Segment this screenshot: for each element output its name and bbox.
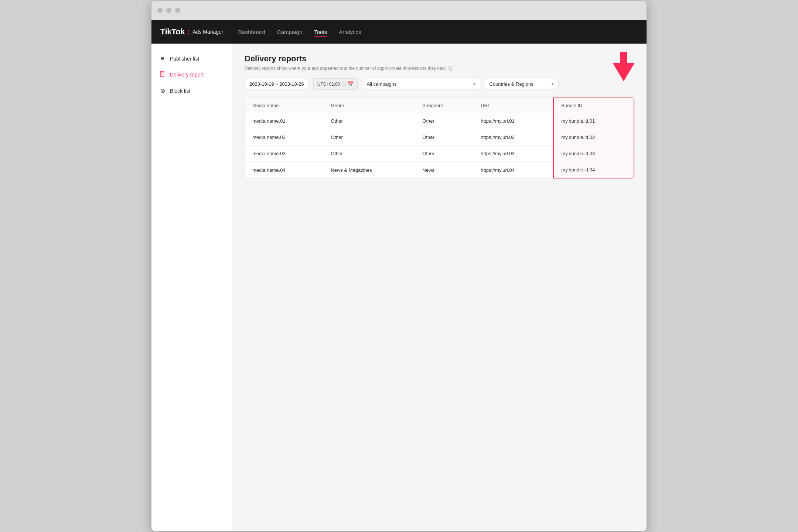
app-window: TikTok : Ads Manager Dashboard Campaign … [151, 1, 647, 531]
chevron-down-icon: ▾ [473, 82, 475, 86]
sidebar-label-block-list: Block list [170, 88, 190, 94]
cell-subgenre: News [415, 162, 473, 178]
cell-bundle-id: my.bundle.id.04 [553, 162, 634, 178]
nav-bar: TikTok : Ads Manager Dashboard Campaign … [151, 20, 647, 44]
report-icon [159, 71, 166, 78]
cell-url: https://my.url.02 [473, 129, 553, 146]
traffic-light-close[interactable] [157, 8, 163, 13]
nav-items: Dashboard Campaign Tools Analytics [238, 27, 361, 37]
logo-colon: : [187, 27, 190, 37]
nav-analytics[interactable]: Analytics [339, 27, 361, 37]
nav-tools[interactable]: Tools [314, 27, 327, 37]
cell-media-name: media.name.03 [245, 146, 323, 162]
cell-url: https://my.url.03 [473, 146, 553, 162]
sidebar-label-delivery-report: Delivery report [170, 72, 204, 78]
filters-row: 2023-10-19 ~ 2023-10-26 UTC+01:00 ⓘ 📅 Al… [245, 78, 635, 90]
col-header-subgenre: Subgenre [415, 98, 473, 113]
content-area: Delivery reports Delivery reports show w… [233, 44, 647, 531]
col-header-media-name: Media name [245, 98, 323, 113]
regions-dropdown[interactable]: Countries & Regions ▾ [485, 79, 559, 89]
sidebar-item-delivery-report[interactable]: Delivery report [151, 66, 232, 83]
cell-subgenre: Other [415, 146, 473, 162]
nav-campaign[interactable]: Campaign [277, 27, 302, 37]
date-range-text: 2023-10-19 ~ 2023-10-26 [249, 81, 304, 87]
timezone-badge[interactable]: UTC+01:00 ⓘ 📅 [313, 78, 358, 90]
cell-genre: Other [323, 113, 415, 129]
cell-genre: News & Magazines [323, 162, 415, 178]
list-icon: ≡ [159, 55, 166, 62]
traffic-light-minimize[interactable] [166, 8, 171, 13]
cell-url: https://my.url.01 [473, 113, 553, 129]
arrow-down [613, 63, 635, 81]
col-header-genre: Genre [323, 98, 415, 113]
calendar-icon: 📅 [348, 81, 354, 87]
date-picker[interactable]: 2023-10-19 ~ 2023-10-26 [245, 79, 309, 89]
sidebar: ≡ Publisher list Delivery report ⊘ Block… [151, 44, 233, 531]
page-title: Delivery reports [245, 54, 635, 64]
traffic-light-maximize[interactable] [175, 8, 180, 13]
col-header-bundle-id: Bundle ID [553, 98, 634, 113]
block-icon: ⊘ [159, 87, 166, 94]
logo: TikTok : Ads Manager [160, 27, 223, 37]
sidebar-item-block-list[interactable]: ⊘ Block list [151, 83, 232, 99]
table-row: media.name.04 News & Magazines News http… [245, 162, 634, 178]
main-layout: ≡ Publisher list Delivery report ⊘ Block… [151, 44, 647, 531]
title-bar [151, 1, 647, 20]
cell-genre: Other [323, 129, 415, 146]
arrow-shaft [620, 52, 627, 63]
timezone-text: UTC+01:00 [317, 82, 340, 87]
cell-subgenre: Other [415, 113, 473, 129]
cell-media-name: media.name.01 [245, 113, 323, 129]
table-row: media.name.03 Other Other https://my.url… [245, 146, 634, 162]
campaigns-label: All campaigns [367, 81, 397, 87]
cell-bundle-id: my.bundle.id.02 [553, 129, 634, 146]
regions-label: Countries & Regions [490, 81, 533, 87]
table-row: media.name.01 Other Other https://my.url… [245, 113, 634, 129]
cell-bundle-id: my.bundle.id.01 [553, 113, 634, 129]
sidebar-item-publisher-list[interactable]: ≡ Publisher list [151, 51, 232, 66]
col-header-url: URL [473, 98, 553, 113]
cell-bundle-id: my.bundle.id.03 [553, 146, 634, 162]
cell-genre: Other [323, 146, 415, 162]
cell-media-name: media.name.04 [245, 162, 323, 178]
logo-subtitle: Ads Manager [192, 29, 223, 35]
info-icon: i [448, 66, 453, 71]
delivery-reports-table: Media name Genre Subgenre URL Bundle ID … [245, 97, 635, 179]
nav-dashboard[interactable]: Dashboard [238, 27, 265, 37]
campaigns-dropdown[interactable]: All campaigns ▾ [362, 79, 480, 89]
info-circle-icon: ⓘ [342, 81, 346, 87]
cell-subgenre: Other [415, 129, 473, 146]
cell-url: https://my.url.04 [473, 162, 553, 178]
table-row: media.name.02 Other Other https://my.url… [245, 129, 634, 146]
page-description: Delivery reports show where your ads app… [245, 66, 635, 71]
sidebar-label-publisher-list: Publisher list [170, 56, 199, 62]
chevron-down-icon-regions: ▾ [552, 82, 554, 86]
arrow-annotation [613, 52, 635, 81]
cell-media-name: media.name.02 [245, 129, 323, 146]
logo-tiktok: TikTok [160, 27, 185, 37]
